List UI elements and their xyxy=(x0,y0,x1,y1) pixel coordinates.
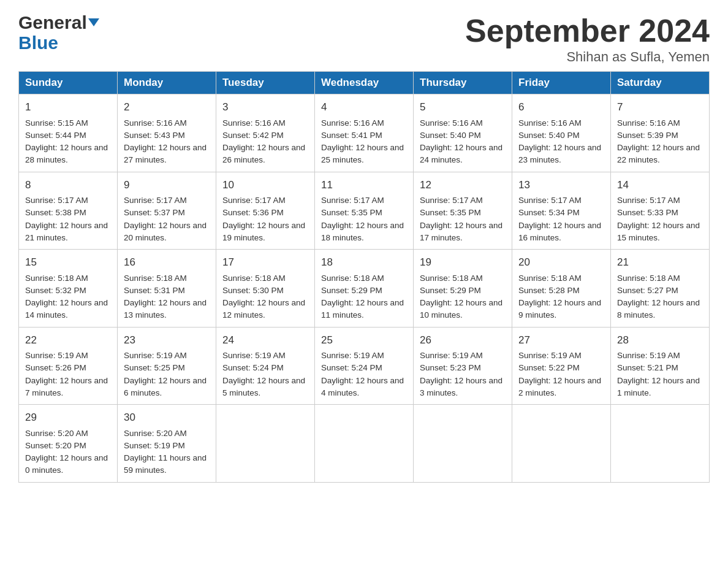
calendar-cell: 21Sunrise: 5:18 AMSunset: 5:27 PMDayligh… xyxy=(611,250,710,327)
daylight-text: Daylight: 12 hours and 6 minutes. xyxy=(124,375,210,400)
daylight-text: Daylight: 12 hours and 25 minutes. xyxy=(321,142,407,167)
sunset-text: Sunset: 5:33 PM xyxy=(617,207,703,219)
daylight-text: Daylight: 12 hours and 16 minutes. xyxy=(518,220,604,245)
title-block: September 2024 Shihan as Sufla, Yemen xyxy=(465,12,710,65)
sunset-text: Sunset: 5:40 PM xyxy=(518,129,604,142)
sunset-text: Sunset: 5:39 PM xyxy=(617,129,703,142)
sunset-text: Sunset: 5:26 PM xyxy=(25,362,111,374)
sunset-text: Sunset: 5:25 PM xyxy=(124,362,210,374)
sunset-text: Sunset: 5:30 PM xyxy=(222,285,308,297)
sunrise-text: Sunrise: 5:17 AM xyxy=(617,194,703,207)
day-number: 9 xyxy=(124,177,210,193)
day-number: 10 xyxy=(222,177,308,193)
sunrise-text: Sunrise: 5:18 AM xyxy=(420,272,506,285)
calendar-cell: 25Sunrise: 5:19 AMSunset: 5:24 PMDayligh… xyxy=(315,327,414,405)
calendar-cell xyxy=(611,405,710,483)
sunrise-text: Sunrise: 5:16 AM xyxy=(222,117,308,129)
calendar-table: SundayMondayTuesdayWednesdayThursdayFrid… xyxy=(18,71,710,483)
calendar-cell: 17Sunrise: 5:18 AMSunset: 5:30 PMDayligh… xyxy=(216,250,315,327)
column-header-tuesday: Tuesday xyxy=(216,72,315,94)
daylight-text: Daylight: 12 hours and 15 minutes. xyxy=(617,220,703,245)
day-number: 3 xyxy=(222,99,308,115)
sunrise-text: Sunrise: 5:17 AM xyxy=(518,194,604,207)
calendar-cell: 5Sunrise: 5:16 AMSunset: 5:40 PMDaylight… xyxy=(414,94,512,172)
calendar-cell: 28Sunrise: 5:19 AMSunset: 5:21 PMDayligh… xyxy=(611,327,710,405)
day-number: 15 xyxy=(25,255,111,270)
calendar-cell: 19Sunrise: 5:18 AMSunset: 5:29 PMDayligh… xyxy=(414,250,512,327)
sunset-text: Sunset: 5:20 PM xyxy=(25,440,111,452)
sunset-text: Sunset: 5:24 PM xyxy=(321,362,407,374)
daylight-text: Daylight: 12 hours and 23 minutes. xyxy=(518,142,604,167)
sunrise-text: Sunrise: 5:19 AM xyxy=(420,350,506,362)
sunrise-text: Sunrise: 5:18 AM xyxy=(25,272,111,285)
sunset-text: Sunset: 5:40 PM xyxy=(420,129,506,142)
day-number: 21 xyxy=(617,255,703,270)
day-number: 4 xyxy=(321,99,407,115)
daylight-text: Daylight: 12 hours and 5 minutes. xyxy=(222,375,308,400)
sunset-text: Sunset: 5:44 PM xyxy=(25,129,111,142)
calendar-cell: 2Sunrise: 5:16 AMSunset: 5:43 PMDaylight… xyxy=(118,94,216,172)
sunset-text: Sunset: 5:24 PM xyxy=(222,362,308,374)
sunrise-text: Sunrise: 5:17 AM xyxy=(321,194,407,207)
sunrise-text: Sunrise: 5:15 AM xyxy=(25,117,111,129)
logo: General Blue xyxy=(18,12,99,53)
daylight-text: Daylight: 12 hours and 19 minutes. xyxy=(222,220,308,245)
calendar-cell: 9Sunrise: 5:17 AMSunset: 5:37 PMDaylight… xyxy=(118,172,216,250)
sunrise-text: Sunrise: 5:18 AM xyxy=(617,272,703,285)
daylight-text: Daylight: 12 hours and 7 minutes. xyxy=(25,375,111,400)
day-number: 16 xyxy=(124,255,210,270)
week-row-3: 15Sunrise: 5:18 AMSunset: 5:32 PMDayligh… xyxy=(19,250,710,327)
calendar-cell: 10Sunrise: 5:17 AMSunset: 5:36 PMDayligh… xyxy=(216,172,315,250)
daylight-text: Daylight: 12 hours and 20 minutes. xyxy=(124,220,210,245)
calendar-cell: 15Sunrise: 5:18 AMSunset: 5:32 PMDayligh… xyxy=(19,250,118,327)
sunrise-text: Sunrise: 5:18 AM xyxy=(321,272,407,285)
sunset-text: Sunset: 5:29 PM xyxy=(321,285,407,297)
sunrise-text: Sunrise: 5:16 AM xyxy=(518,117,604,129)
calendar-cell: 29Sunrise: 5:20 AMSunset: 5:20 PMDayligh… xyxy=(19,405,118,483)
sunrise-text: Sunrise: 5:17 AM xyxy=(124,194,210,207)
column-header-wednesday: Wednesday xyxy=(315,72,414,94)
sunrise-text: Sunrise: 5:19 AM xyxy=(617,350,703,362)
sunrise-text: Sunrise: 5:19 AM xyxy=(321,350,407,362)
sunrise-text: Sunrise: 5:17 AM xyxy=(25,194,111,207)
day-number: 27 xyxy=(518,332,604,348)
daylight-text: Daylight: 12 hours and 10 minutes. xyxy=(420,297,506,322)
daylight-text: Daylight: 12 hours and 22 minutes. xyxy=(617,142,703,167)
calendar-cell xyxy=(414,405,512,483)
column-header-sunday: Sunday xyxy=(19,72,118,94)
daylight-text: Daylight: 12 hours and 11 minutes. xyxy=(321,297,407,322)
calendar-cell: 3Sunrise: 5:16 AMSunset: 5:42 PMDaylight… xyxy=(216,94,315,172)
daylight-text: Daylight: 12 hours and 26 minutes. xyxy=(222,142,308,167)
sunset-text: Sunset: 5:38 PM xyxy=(25,207,111,219)
page-header: General Blue September 2024 Shihan as Su… xyxy=(18,12,710,65)
sunrise-text: Sunrise: 5:20 AM xyxy=(124,427,210,440)
sunset-text: Sunset: 5:32 PM xyxy=(25,285,111,297)
calendar-cell: 26Sunrise: 5:19 AMSunset: 5:23 PMDayligh… xyxy=(414,327,512,405)
sunset-text: Sunset: 5:34 PM xyxy=(518,207,604,219)
day-number: 24 xyxy=(222,332,308,348)
sunset-text: Sunset: 5:21 PM xyxy=(617,362,703,374)
sunset-text: Sunset: 5:37 PM xyxy=(124,207,210,219)
week-row-2: 8Sunrise: 5:17 AMSunset: 5:38 PMDaylight… xyxy=(19,172,710,250)
sunset-text: Sunset: 5:36 PM xyxy=(222,207,308,219)
sunrise-text: Sunrise: 5:16 AM xyxy=(420,117,506,129)
daylight-text: Daylight: 12 hours and 2 minutes. xyxy=(518,375,604,400)
daylight-text: Daylight: 12 hours and 3 minutes. xyxy=(420,375,506,400)
sunset-text: Sunset: 5:19 PM xyxy=(124,440,210,452)
sunset-text: Sunset: 5:28 PM xyxy=(518,285,604,297)
day-number: 22 xyxy=(25,332,111,348)
logo-text: General xyxy=(18,12,99,33)
week-row-4: 22Sunrise: 5:19 AMSunset: 5:26 PMDayligh… xyxy=(19,327,710,405)
calendar-cell: 8Sunrise: 5:17 AMSunset: 5:38 PMDaylight… xyxy=(19,172,118,250)
daylight-text: Daylight: 12 hours and 21 minutes. xyxy=(25,220,111,245)
day-number: 1 xyxy=(25,99,111,115)
sunrise-text: Sunrise: 5:19 AM xyxy=(518,350,604,362)
daylight-text: Daylight: 12 hours and 27 minutes. xyxy=(124,142,210,167)
calendar-cell: 20Sunrise: 5:18 AMSunset: 5:28 PMDayligh… xyxy=(512,250,611,327)
logo-blue: Blue xyxy=(18,33,58,53)
daylight-text: Daylight: 12 hours and 12 minutes. xyxy=(222,297,308,322)
column-header-saturday: Saturday xyxy=(611,72,710,94)
daylight-text: Daylight: 12 hours and 4 minutes. xyxy=(321,375,407,400)
calendar-cell: 7Sunrise: 5:16 AMSunset: 5:39 PMDaylight… xyxy=(611,94,710,172)
calendar-cell: 12Sunrise: 5:17 AMSunset: 5:35 PMDayligh… xyxy=(414,172,512,250)
